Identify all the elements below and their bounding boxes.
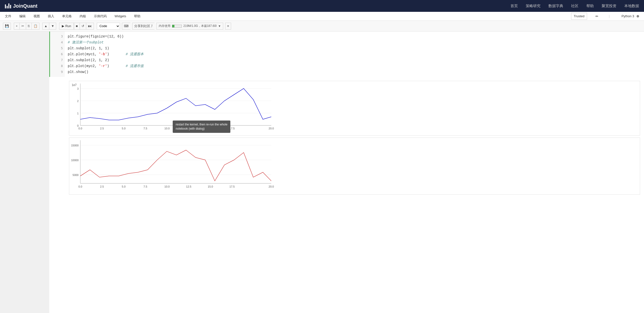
svg-text:12.5: 12.5 [186,185,191,188]
menu-insert[interactable]: 插入 [47,13,55,20]
logo-bar-3 [8,4,9,8]
move-up-button[interactable]: ▲ [42,23,49,30]
run-button[interactable]: ▶ Run [59,23,74,30]
stop-button[interactable]: ■ [74,23,80,30]
line-num-5: 5 [50,45,63,51]
kernel-label: Python 3 [620,13,635,19]
nav-data[interactable]: 数据字典 [548,4,563,8]
menu-file[interactable]: 文件 [4,13,12,20]
svg-text:5.0: 5.0 [122,127,126,130]
svg-text:5.0: 5.0 [122,185,126,188]
svg-text:17.5: 17.5 [229,185,234,188]
left-sidebar [0,32,49,313]
bottom-chart-container: 15000 10000 5000 [69,138,640,195]
cell-type-select[interactable]: Code Markdown Raw [97,23,120,30]
menu-help[interactable]: 帮助 [133,13,142,20]
code-line-8: plt.plot(myc2, '-r') # 流通市值 [68,63,641,69]
line-num-3: 3 [50,34,63,40]
memory-dropdown-icon: ▼ [218,24,221,28]
run-group: ▶ Run ■ ↺ ⏭ [59,23,94,30]
keyboard-shortcut-button[interactable]: ⌨ [122,23,130,30]
svg-text:2.5: 2.5 [100,127,104,130]
output-area: 1e7 3 2 1 0 [49,77,644,199]
svg-text:17.5: 17.5 [229,127,234,130]
cell-gutter: 3 4 5 6 7 8 9 [50,32,65,77]
notebook-area: 3 4 5 6 7 8 9 plt.figure(figsize=(12, 6)… [49,32,644,313]
svg-text:10.0: 10.0 [164,185,170,188]
svg-text:0.0: 0.0 [78,127,82,130]
nav-strategy[interactable]: 策略研究 [526,4,540,8]
svg-text:15000: 15000 [71,144,78,147]
move-down-button[interactable]: ▼ [49,23,56,30]
memory-value: 219M/1.0G，本篇187.60l [183,24,216,28]
copy-button[interactable]: ⎘ [26,23,32,30]
kernel-status-circle [636,15,639,18]
svg-text:5000: 5000 [73,174,78,176]
menu-examples[interactable]: 示例代码 [93,13,108,20]
trusted-button[interactable]: Trusted [571,13,587,20]
menu-edit[interactable]: 编辑 [18,13,26,20]
logo-icon [5,4,11,8]
chart-wrapper: 1e7 3 2 1 0 [69,81,640,195]
save-group: 💾 [3,23,11,30]
line-num-7: 7 [50,57,63,63]
save-button[interactable]: 💾 [3,23,11,30]
svg-text:20.0: 20.0 [268,127,274,130]
code-line-5: plt.subplot(2, 1, 1) [68,45,641,51]
svg-text:1: 1 [77,112,78,115]
line-num-8: 8 [50,63,63,69]
restart-run-button[interactable]: ⏭ [86,23,94,30]
code-line-3: plt.figure(figsize=(12, 6)) [68,34,641,40]
logo-bar-2 [7,6,8,8]
svg-text:10.0: 10.0 [164,127,170,130]
svg-text:3: 3 [77,87,78,90]
paste-button[interactable]: 📋 [32,23,40,30]
code-line-6: plt.plot(myc1, '-b') # 流通股本 [68,51,641,57]
nav-local[interactable]: 本地数据 [624,4,639,8]
code-line-4: # 激活第一个subplot [68,40,641,45]
svg-text:20.0: 20.0 [268,185,274,188]
nav-help[interactable]: 帮助 [586,4,594,8]
code-cell: 3 4 5 6 7 8 9 plt.figure(figsize=(12, 6)… [49,32,644,77]
nav-community[interactable]: 社区 [571,4,578,8]
top-chart: 1e7 3 2 1 0 [69,81,276,135]
logo-text: JoinQuant [13,3,38,9]
top-navigation: JoinQuant 首页 策略研究 数据字典 社区 帮助 聚宽投资 本地数据 [0,0,644,12]
bottom-chart: 15000 10000 5000 [69,138,276,194]
nav-links: 首页 策略研究 数据字典 社区 帮助 聚宽投资 本地数据 [510,4,639,8]
svg-text:2.5: 2.5 [100,185,104,188]
menu-widgets[interactable]: Widgets [114,13,127,19]
share-button[interactable]: 分享到社区 ⤴ [132,23,155,30]
red-chart-line [80,150,271,181]
restart-button[interactable]: ↺ [80,23,86,30]
svg-text:7.5: 7.5 [144,127,147,130]
nav-invest[interactable]: 聚宽投资 [602,4,616,8]
memory-bar-fill [172,25,174,27]
menu-bar: 文件 编辑 视图 插入 单元格 内核 示例代码 Widgets 帮助 Trust… [0,12,644,21]
cut-button[interactable]: ✂ [20,23,26,30]
code-content[interactable]: plt.figure(figsize=(12, 6)) # 激活第一个subpl… [65,32,644,77]
line-num-4: 4 [50,40,63,45]
menu-kernel[interactable]: 内核 [78,13,87,20]
nav-home[interactable]: 首页 [510,4,518,8]
menu-cell[interactable]: 单元格 [61,13,73,20]
pencil-icon: ✏ [594,13,600,19]
line-num-9: 9 [50,69,63,75]
logo[interactable]: JoinQuant [5,3,38,9]
format-button[interactable]: ≡ [225,23,231,30]
logo-bar-4 [10,5,11,8]
blue-chart-line [80,88,271,120]
svg-text:10000: 10000 [71,159,78,162]
edit-group: + ✂ ⎘ 📋 [14,23,40,30]
add-cell-button[interactable]: + [14,23,20,30]
svg-text:15.0: 15.0 [208,127,213,130]
move-group: ▲ ▼ [42,23,56,30]
memory-usage: 内存使用 219M/1.0G，本篇187.60l ▼ [156,23,223,30]
menu-view[interactable]: 视图 [32,13,41,20]
svg-text:15.0: 15.0 [208,185,213,188]
logo-bar-1 [5,4,6,8]
memory-label: 内存使用 [159,24,170,28]
main-container: 3 4 5 6 7 8 9 plt.figure(figsize=(12, 6)… [0,32,644,313]
memory-bar [172,25,182,28]
svg-text:2: 2 [77,100,78,102]
